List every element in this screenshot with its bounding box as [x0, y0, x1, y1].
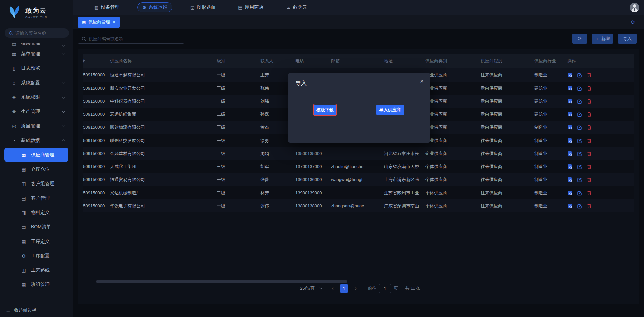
cell-degree: 往来供应商: [481, 190, 534, 196]
nav-item-应用商店[interactable]: ▤应用商店: [233, 2, 268, 12]
delete-icon[interactable]: [587, 151, 592, 156]
edit-icon[interactable]: [577, 164, 582, 169]
sidebar-item-客户组管理[interactable]: ◫客户组管理: [0, 176, 73, 191]
edit-icon[interactable]: [577, 190, 582, 196]
sidebar-item-系统配置[interactable]: ⌂系统配置: [0, 75, 73, 90]
edit-icon[interactable]: [577, 72, 582, 78]
sidebar-item-物料定义[interactable]: ◨物料定义: [0, 205, 73, 220]
edit-icon[interactable]: [577, 99, 582, 104]
edit-icon[interactable]: [577, 177, 582, 182]
chevron-down-icon: [62, 81, 65, 84]
search-icon: [9, 31, 13, 35]
horizontal-scrollbar[interactable]: [96, 280, 347, 283]
tab-supplier-management[interactable]: ▦ 供应商管理 ×: [78, 17, 120, 28]
edit-icon[interactable]: [577, 86, 582, 91]
column-header-level: 级别: [217, 58, 260, 64]
view-detail-icon[interactable]: [567, 125, 573, 130]
import-button[interactable]: 导入: [618, 34, 637, 44]
sync-icon: ⟳: [578, 36, 582, 42]
store-icon: ▤: [238, 5, 242, 10]
sidebar-item-质量管理[interactable]: ◎质量管理: [0, 119, 73, 133]
sidebar-item-档案管理[interactable]: ▤档案管理: [0, 43, 73, 47]
cell-address: 上海市浦东新区张: [384, 177, 425, 183]
cell-ops: [567, 112, 634, 117]
edit-icon[interactable]: [577, 112, 582, 117]
view-detail-icon[interactable]: [567, 203, 573, 209]
cell-id: 2509150000: [83, 112, 110, 117]
delete-icon[interactable]: [587, 99, 592, 104]
nav-item-设备管理[interactable]: ▥设备管理: [89, 2, 124, 12]
modal-close-icon[interactable]: ×: [420, 78, 424, 84]
page-size-select[interactable]: 25条/页: [297, 284, 325, 293]
view-detail-icon[interactable]: [567, 72, 573, 78]
view-detail-icon[interactable]: [567, 112, 573, 117]
delete-icon[interactable]: [587, 138, 592, 143]
user-avatar[interactable]: [630, 3, 639, 12]
current-page[interactable]: 1: [340, 284, 348, 293]
nav-item-敢为云[interactable]: ☁敢为云: [281, 2, 312, 12]
view-detail-icon[interactable]: [567, 164, 573, 169]
delete-icon[interactable]: [587, 112, 592, 117]
next-page-button[interactable]: ›: [352, 284, 360, 293]
cell-address: 山东省济南市天桥: [384, 164, 425, 170]
sidebar-item-工艺路线[interactable]: ◫工艺路线: [0, 263, 73, 277]
delete-icon[interactable]: [587, 164, 592, 169]
device-icon: ▥: [94, 5, 98, 10]
view-detail-icon[interactable]: [567, 177, 573, 182]
sidebar-item-工序配置[interactable]: ⚙工序配置: [0, 249, 73, 263]
view-detail-icon[interactable]: [567, 86, 573, 91]
cell-level: 三级: [217, 85, 260, 91]
edit-icon[interactable]: [577, 125, 582, 130]
delete-icon[interactable]: [587, 72, 592, 78]
delete-icon[interactable]: [587, 203, 592, 209]
supplier-search[interactable]: [78, 34, 184, 44]
add-button[interactable]: ＋新增: [592, 34, 613, 44]
supplier-search-input[interactable]: [89, 36, 172, 41]
view-detail-icon[interactable]: [567, 138, 573, 143]
delete-icon[interactable]: [587, 190, 592, 196]
sidebar-item-日志预览[interactable]: ▯日志预览: [0, 61, 73, 75]
import-modal: 导入 × 模板下载 导入供应商: [288, 73, 430, 143]
tab-close-icon[interactable]: ×: [113, 20, 115, 24]
sidebar-item-BOM清单[interactable]: ▤BOM清单: [0, 220, 73, 234]
cell-id: 2509150000: [83, 72, 110, 77]
sidebar-search-input[interactable]: [15, 31, 62, 36]
sidebar-item-仓库仓位[interactable]: ▦仓库仓位: [0, 162, 73, 176]
process-icon: ▦: [21, 239, 27, 244]
sidebar-search[interactable]: [5, 28, 69, 38]
sidebar-item-菜单管理[interactable]: ▦菜单管理: [0, 47, 73, 61]
view-detail-icon[interactable]: [567, 190, 573, 196]
cell-email: zhangsan@huac: [331, 203, 384, 208]
sidebar-item-基础数据[interactable]: ◔基础数据: [0, 133, 73, 148]
sidebar-item-工序定义[interactable]: ▦工序定义: [0, 234, 73, 249]
sidebar-item-客户管理[interactable]: ▤客户管理: [0, 191, 73, 205]
delete-icon[interactable]: [587, 177, 592, 182]
sidebar-item-生产管理[interactable]: ❖生产管理: [0, 104, 73, 119]
sidebar-item-班组管理[interactable]: ▦班组管理: [0, 277, 73, 292]
cell-industry: 建筑业: [534, 85, 567, 91]
goto-page-input[interactable]: [379, 284, 391, 293]
nav-item-图形界面[interactable]: ◲图形界面: [185, 2, 220, 12]
delete-icon[interactable]: [587, 125, 592, 130]
nav-item-系统运维[interactable]: ⚙系统运维: [137, 2, 172, 12]
edit-icon[interactable]: [577, 203, 582, 209]
sidebar-item-系统权限[interactable]: ◈系统权限: [0, 90, 73, 104]
sidebar-item-供应商管理[interactable]: ▦供应商管理: [4, 148, 68, 162]
view-detail-icon[interactable]: [567, 151, 573, 156]
toolbar-buttons: ⟳ ＋新增 导入: [572, 34, 637, 44]
edit-icon[interactable]: [577, 138, 582, 143]
cell-industry: 制造业: [534, 138, 567, 144]
delete-icon[interactable]: [587, 86, 592, 91]
refresh-page-icon[interactable]: ⟳: [631, 19, 635, 25]
view-detail-icon[interactable]: [567, 99, 573, 104]
template-download-button[interactable]: 模板下载: [314, 105, 336, 115]
cell-degree: 往来供应商: [481, 138, 534, 144]
customer-icon: ▤: [21, 196, 27, 201]
collapse-sidebar-button[interactable]: ≣ 收起侧边栏: [0, 303, 73, 317]
prev-page-button[interactable]: ‹: [329, 284, 337, 293]
cell-level: 三级: [217, 124, 260, 130]
cell-degree: 往来供应商: [481, 72, 534, 78]
sync-button[interactable]: ⟳: [572, 34, 587, 44]
edit-icon[interactable]: [577, 151, 582, 156]
import-supplier-button[interactable]: 导入供应商: [376, 105, 404, 115]
